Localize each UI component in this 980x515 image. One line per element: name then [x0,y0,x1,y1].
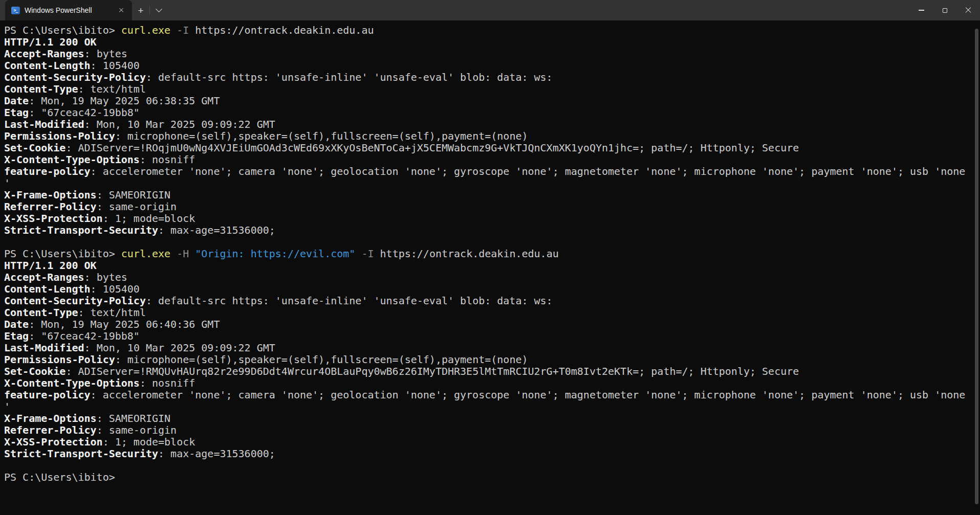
terminal-line: Referrer-Policy: same-origin [4,201,971,213]
tab-close-button[interactable] [116,5,127,16]
terminal-line: Etag: "67ceac42-19bb8" [4,107,971,119]
terminal-line: feature-policy: accelerometer 'none'; ca… [4,389,971,401]
terminal-line: PS C:\Users\ibito> [4,472,971,483]
powershell-icon: >_ [11,7,20,14]
close-icon [119,8,124,13]
terminal-line: X-Content-Type-Options: nosniff [4,377,971,389]
plus-icon: + [138,6,143,15]
terminal-line: Referrer-Policy: same-origin [4,424,971,436]
terminal-line: Accept-Ranges: bytes [4,272,971,283]
terminal-line: ' [4,401,971,413]
terminal-line: Content-Length: 105400 [4,283,971,295]
terminal-line: PS C:\Users\ibito> curl.exe -I https://o… [4,25,971,36]
terminal-line [4,236,971,248]
terminal-line: Permissions-Policy: microphone=(self),sp… [4,354,971,366]
terminal-line: Date: Mon, 19 May 2025 06:40:36 GMT [4,319,971,330]
terminal-line: Accept-Ranges: bytes [4,48,971,60]
scrollbar-thumb[interactable] [975,29,978,504]
terminal-line: Permissions-Policy: microphone=(self),sp… [4,130,971,142]
chevron-down-icon [156,6,162,12]
tab-windows-powershell[interactable]: >_ Windows PowerShell [5,0,132,20]
terminal-line: Set-Cookie: ADIServer=!RMQUvHAUrq82r2e99… [4,366,971,377]
terminal-line: Content-Security-Policy: default-src htt… [4,295,971,307]
scrollbar[interactable] [973,23,980,515]
terminal-line: PS C:\Users\ibito> curl.exe -H "Origin: … [4,248,971,260]
terminal-line: ' [4,177,971,189]
titlebar-drag-area [167,0,909,20]
terminal-line: Strict-Transport-Security: max-age=31536… [4,448,971,460]
new-tab-button[interactable]: + [132,0,149,20]
terminal-line: X-Frame-Options: SAMEORIGIN [4,189,971,201]
terminal-line: Content-Type: text/html [4,307,971,319]
terminal-line: HTTP/1.1 200 OK [4,36,971,48]
terminal-line: Content-Length: 105400 [4,60,971,72]
terminal-line [4,460,971,472]
tab-title: Windows PowerShell [25,6,116,14]
terminal-line: Etag: "67ceac42-19bb8" [4,330,971,342]
terminal-line: Set-Cookie: ADIServer=!ROqjmU0wNg4XVJEiU… [4,142,971,154]
close-button[interactable] [956,0,980,20]
terminal-line: HTTP/1.1 200 OK [4,260,971,272]
minimize-button[interactable] [909,0,933,20]
terminal-line: Last-Modified: Mon, 10 Mar 2025 09:09:22… [4,342,971,354]
restore-icon [943,8,947,13]
terminal-line: Content-Security-Policy: default-src htt… [4,72,971,83]
terminal-line: feature-policy: accelerometer 'none'; ca… [4,166,971,177]
terminal-output[interactable]: PS C:\Users\ibito> curl.exe -I https://o… [0,20,980,515]
minimize-icon [919,10,924,11]
terminal-line: X-XSS-Protection: 1; mode=block [4,436,971,448]
terminal-line: X-Frame-Options: SAMEORIGIN [4,413,971,424]
maximize-button[interactable] [933,0,956,20]
window-titlebar: >_ Windows PowerShell + [0,0,980,20]
close-icon [965,7,971,13]
tab-dropdown-button[interactable] [150,0,167,20]
terminal-line: Strict-Transport-Security: max-age=31536… [4,225,971,236]
terminal-line: X-XSS-Protection: 1; mode=block [4,213,971,225]
terminal-line: X-Content-Type-Options: nosniff [4,154,971,166]
terminal-line: Last-Modified: Mon, 10 Mar 2025 09:09:22… [4,119,971,130]
terminal-line: Date: Mon, 19 May 2025 06:38:35 GMT [4,95,971,107]
terminal-line: Content-Type: text/html [4,83,971,95]
